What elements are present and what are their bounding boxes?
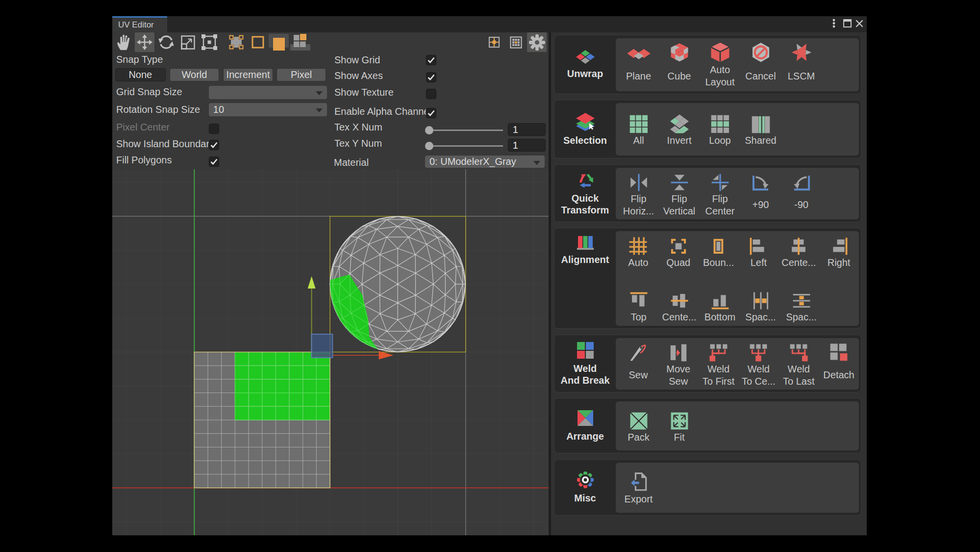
snap-option-increment[interactable]: Increment	[223, 68, 273, 81]
button-label: Plane	[626, 63, 651, 89]
button-label: FlipHoriz...	[623, 192, 654, 218]
tools-panel: UnwrapPlaneCubeAutoLayoutCancelLSCMSelec…	[551, 32, 867, 535]
window-maximize-button[interactable]	[841, 16, 854, 32]
weld-and-break-weld-to-last-button[interactable]: WeldTo Last	[779, 340, 819, 388]
snap-option-world[interactable]: World	[170, 68, 220, 81]
material-dropdown[interactable]: 0: UModelerX_Gray	[425, 156, 545, 168]
flip-c-icon	[712, 176, 728, 191]
tex-x-num-field[interactable]: 1	[508, 123, 546, 136]
alignment-bound-button[interactable]: Boun...	[699, 234, 739, 269]
button-label: FlipCenter	[705, 192, 734, 218]
group-quick-transform: QuickTransformFlipHoriz...FlipVerticalFl…	[554, 164, 861, 222]
al-bound-icon	[711, 240, 726, 255]
arrange-fit-button[interactable]: Fit	[659, 408, 700, 444]
tex-y-slider-track[interactable]	[429, 145, 503, 147]
g-arrange-icon	[577, 409, 594, 427]
pixel-center-checkbox[interactable]	[209, 124, 219, 134]
rotation-snap-size-dropdown[interactable]: 10	[209, 103, 327, 116]
g-unwrap-icon	[576, 50, 595, 64]
alignment-quad-button[interactable]: Quad	[658, 234, 699, 269]
arrange-pack-button[interactable]: Pack	[618, 408, 659, 444]
weld-and-break-weld-to-first-button[interactable]: WeldTo First	[699, 340, 739, 388]
button-label-line: Spac...	[786, 311, 816, 323]
alignment-center-v-button[interactable]: Cente...	[659, 288, 700, 324]
group-label-line: Quick	[561, 192, 609, 204]
fit-icon	[672, 414, 687, 430]
button-label: Cube	[668, 63, 691, 89]
show-island-boundary-label: Show Island Boundary	[116, 138, 209, 150]
show-grid-checkbox[interactable]	[426, 55, 436, 65]
uv-canvas[interactable]	[112, 169, 549, 535]
selection-loop-button[interactable]: Loop	[700, 111, 740, 147]
show-axes-label: Show Axes	[334, 70, 383, 81]
al-centerv-icon	[672, 294, 687, 310]
tab-uv-editor[interactable]: UV Editor	[112, 16, 167, 32]
enable-alpha-channel-checkbox[interactable]	[426, 108, 436, 118]
show-axes-checkbox[interactable]	[426, 72, 436, 82]
quick-transform-flip-horizontal-button[interactable]: FlipHoriz...	[618, 170, 659, 218]
g-qt-icon	[576, 171, 595, 189]
show-texture-checkbox[interactable]	[426, 89, 436, 99]
chevron-down-icon	[316, 108, 323, 112]
alignment-auto-button[interactable]: Auto	[618, 234, 658, 269]
weld-and-break-detach-button[interactable]: Detach	[819, 340, 859, 388]
alignment-left-button[interactable]: Left	[738, 234, 779, 269]
unwrap-plane-button[interactable]: Plane	[618, 41, 659, 89]
button-label: WeldTo First	[703, 363, 735, 388]
button-label: -90	[794, 192, 808, 218]
selection-shared-button[interactable]: Shared	[740, 111, 781, 147]
tex-y-num-field[interactable]: 1	[508, 139, 546, 152]
button-label: Export	[625, 493, 653, 506]
plane-icon	[628, 48, 649, 62]
fill-polygons-checkbox[interactable]	[209, 157, 219, 167]
tex-x-slider-track[interactable]	[429, 130, 503, 131]
weld-and-break-sew-button[interactable]: Sew	[618, 340, 658, 388]
snap-option-pixel[interactable]: Pixel	[276, 68, 327, 81]
unwrap-auto-layout-button[interactable]: AutoLayout	[700, 41, 740, 89]
button-label: Cente...	[662, 311, 696, 324]
weld-and-break-weld-to-center-button[interactable]: WeldTo Ce...	[738, 340, 779, 388]
quick-transform-rotate-plus-90-button[interactable]: +90	[740, 170, 781, 218]
button-label-line: Shared	[745, 134, 777, 147]
unwrap-cube-button[interactable]: Cube	[659, 41, 700, 89]
alignment-bottom-button[interactable]: Bottom	[700, 288, 740, 324]
window-menu-button[interactable]	[828, 16, 840, 32]
sew-icon	[630, 345, 647, 362]
group-selection-labelcell: Selection	[554, 100, 616, 158]
alignment-right-button[interactable]: Right	[819, 234, 859, 269]
grid-snap-size-dropdown[interactable]	[209, 86, 327, 99]
button-label: Shared	[745, 134, 777, 147]
tex-x-num-value: 1	[513, 124, 518, 135]
quick-transform-flip-vertical-button[interactable]: FlipVertical	[659, 170, 700, 218]
selection-invert-button[interactable]: Invert	[659, 111, 700, 147]
button-label-line: Bottom	[704, 311, 735, 323]
alignment-top-button[interactable]: Top	[618, 288, 659, 324]
button-label: Sew	[628, 363, 648, 388]
show-island-boundary-checkbox[interactable]	[209, 140, 219, 150]
tex-y-slider-knob[interactable]	[425, 142, 433, 150]
weld-and-break-move-sew-button[interactable]: MoveSew	[658, 340, 699, 388]
snap-option-none[interactable]: None	[115, 68, 166, 81]
button-label-line: Plane	[626, 70, 651, 82]
button-label: Quad	[666, 256, 690, 269]
tex-x-slider-knob[interactable]	[425, 126, 433, 134]
show-grid-label: Show Grid	[334, 54, 380, 66]
window-close-button[interactable]	[853, 16, 866, 32]
group-unwrap-label: Unwrap	[567, 68, 603, 79]
button-label-line: Cube	[668, 70, 691, 82]
alignment-space-h-button[interactable]: Spac...	[740, 288, 781, 324]
alignment-space-v-button[interactable]: Spac...	[781, 288, 822, 324]
unwrap-cancel-button[interactable]: Cancel	[740, 41, 781, 89]
al-bottom-icon	[712, 294, 728, 310]
selection-all-button[interactable]: All	[618, 111, 659, 147]
misc-export-button[interactable]: Export	[618, 470, 659, 506]
unwrap-lscm-button[interactable]: LSCM	[781, 41, 822, 89]
quick-transform-flip-center-button[interactable]: FlipCenter	[700, 170, 740, 218]
quick-transform-rotate-minus-90-button[interactable]: -90	[781, 170, 822, 218]
al-top-icon	[631, 294, 647, 310]
flip-h-icon	[630, 176, 647, 191]
al-centerh-icon	[791, 239, 806, 255]
alignment-center-h-button[interactable]: Cente...	[779, 234, 819, 269]
group-label-line: Selection	[563, 134, 607, 146]
button-label-line: Flip	[663, 193, 696, 205]
